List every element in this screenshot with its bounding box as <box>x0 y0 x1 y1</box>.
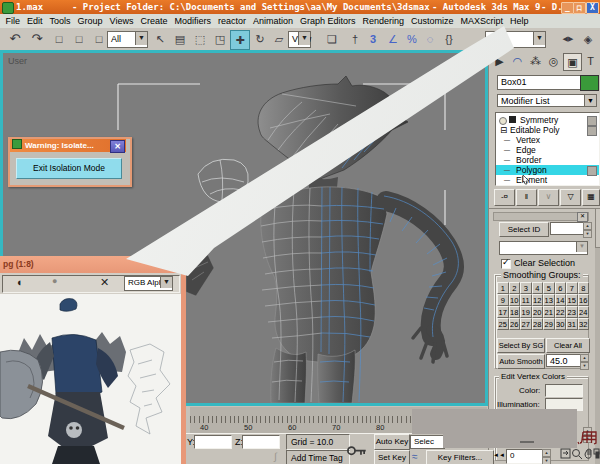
smoothing-group-9[interactable]: 9 <box>497 294 509 306</box>
smoothing-group-28[interactable]: 28 <box>532 318 544 330</box>
smoothing-group-12[interactable]: 12 <box>532 294 544 306</box>
add-time-tag[interactable]: Add Time Tag <box>286 450 350 464</box>
material-id-dropdown[interactable]: ▼ <box>499 241 588 255</box>
go-to-start-icon[interactable]: ◄◄ <box>493 452 505 458</box>
channel-dot-icon[interactable]: ● <box>52 276 57 286</box>
menu-modifiers[interactable]: Modifiers <box>171 16 215 26</box>
smoothing-group-22[interactable]: 22 <box>555 306 567 318</box>
viewport-nav-controls[interactable] <box>560 446 600 463</box>
auto-key-button[interactable]: Auto Key <box>374 434 410 450</box>
object-name-field[interactable]: Box01 <box>497 75 582 90</box>
make-unique-button[interactable]: ∨ <box>538 189 559 206</box>
stack-row-polygon-selected[interactable]: ─Polygon <box>496 165 599 175</box>
menu-customize[interactable]: Customize <box>408 16 458 26</box>
spinner-snap-icon[interactable]: ◌ <box>421 30 439 48</box>
select-object-icon[interactable]: ↖ <box>151 30 169 48</box>
tab-utilities-icon[interactable]: T <box>582 53 599 69</box>
smoothing-group-31[interactable]: 31 <box>566 318 578 330</box>
current-frame-field[interactable]: 0 <box>506 449 545 464</box>
menu-graph-editors[interactable]: Graph Editors <box>297 16 360 26</box>
expand-icon[interactable] <box>509 116 516 123</box>
auto-smooth-field[interactable]: 45.0 <box>546 354 582 367</box>
tab-motion-icon[interactable]: ◎ <box>545 53 562 69</box>
channel-dropdown[interactable]: RGB Alpha▼ <box>124 276 173 291</box>
smoothing-group-8[interactable]: 8 <box>578 282 590 294</box>
tab-hierarchy-icon[interactable]: ⁂ <box>527 53 544 69</box>
stack-row-editable-poly[interactable]: ⊟ Editable Poly <box>496 125 599 135</box>
tab-display-icon[interactable]: ▣ <box>563 53 582 71</box>
select-scale-icon[interactable]: ▱ <box>270 30 288 48</box>
auto-smooth-button[interactable]: Auto Smooth <box>497 354 545 369</box>
key-filters-button[interactable]: Key Filters... <box>426 450 494 464</box>
smoothing-group-20[interactable]: 20 <box>532 306 544 318</box>
smoothing-group-29[interactable]: 29 <box>543 318 555 330</box>
menu-file[interactable]: File <box>2 16 24 26</box>
snap-toggle-icon[interactable]: 3 <box>364 30 382 48</box>
smoothing-group-4[interactable]: 4 <box>532 282 544 294</box>
select-by-sg-button[interactable]: Select By SG <box>497 338 545 353</box>
frame-spinner[interactable]: ▲▼ <box>542 449 551 464</box>
warning-dialog-titlebar[interactable]: Warning: Isolate... ✕ <box>10 139 126 152</box>
menu-reactor[interactable]: reactor <box>214 16 249 26</box>
material-editor-icon[interactable]: ◈ <box>579 30 597 48</box>
smoothing-group-23[interactable]: 23 <box>566 306 578 318</box>
select-manipulate-icon[interactable]: † <box>346 30 364 48</box>
smoothing-group-30[interactable]: 30 <box>555 318 567 330</box>
stack-row-symmetry[interactable]: Symmetry <box>496 115 599 125</box>
menu-rendering[interactable]: Rendering <box>359 16 408 26</box>
select-move-icon[interactable]: ✚ <box>230 30 250 50</box>
redo-icon[interactable]: ↷ <box>28 30 46 48</box>
color-swatch[interactable] <box>545 384 583 397</box>
panel-scrollbar[interactable] <box>595 208 600 464</box>
link-icon[interactable]: □ <box>50 30 68 48</box>
use-center-icon[interactable]: ❏ <box>323 30 341 48</box>
z-field[interactable] <box>242 435 280 449</box>
select-rotate-icon[interactable]: ↻ <box>251 30 269 48</box>
smoothing-group-19[interactable]: 19 <box>520 306 532 318</box>
smoothing-group-13[interactable]: 13 <box>543 294 555 306</box>
object-color-swatch[interactable] <box>580 75 599 91</box>
smoothing-group-32[interactable]: 32 <box>578 318 590 330</box>
select-id-field[interactable] <box>550 222 585 235</box>
remove-modifier-button[interactable]: ▽ <box>560 189 581 206</box>
stack-row-edge[interactable]: ─Edge <box>496 145 599 155</box>
smoothing-group-18[interactable]: 18 <box>509 306 521 318</box>
unlink-icon[interactable]: □ <box>70 30 88 48</box>
smoothing-group-6[interactable]: 6 <box>555 282 567 294</box>
select-by-name-icon[interactable]: ▤ <box>171 30 189 48</box>
select-id-button[interactable]: Select ID <box>499 222 549 237</box>
smoothing-group-24[interactable]: 24 <box>578 306 590 318</box>
restore-button[interactable]: 口 <box>573 2 586 14</box>
selection-set-dropdown[interactable]: Selec <box>410 435 445 449</box>
lock-selection-icon[interactable]: ∫ <box>274 451 277 462</box>
configure-stack-button[interactable]: ▦ <box>582 189 600 206</box>
bind-spacewarp-icon[interactable]: □ <box>90 30 108 48</box>
menu-tools[interactable]: Tools <box>46 16 74 26</box>
smoothing-group-26[interactable]: 26 <box>509 318 521 330</box>
auto-smooth-spinner[interactable]: ▲▼ <box>580 354 589 370</box>
collapse-icon[interactable]: ⊟ <box>500 125 507 135</box>
dialog-close-icon[interactable]: ✕ <box>110 140 125 153</box>
smoothing-group-3[interactable]: 3 <box>520 282 532 294</box>
pin-stack-button[interactable]: -¤ <box>494 189 515 206</box>
angle-snap-icon[interactable]: ∠ <box>384 30 402 48</box>
smoothing-group-17[interactable]: 17 <box>497 306 509 318</box>
rect-selection-region-icon[interactable]: ⬚ <box>191 30 209 48</box>
stack-row-vertex[interactable]: ─Vertex <box>496 135 599 145</box>
smoothing-group-15[interactable]: 15 <box>566 294 578 306</box>
menu-animation[interactable]: Animation <box>249 16 296 26</box>
clear-selection-checkbox[interactable]: ✓ <box>501 259 511 269</box>
menu-edit[interactable]: Edit <box>24 16 47 26</box>
reference-coordinate-dropdown[interactable]: View▼ <box>288 31 311 48</box>
menu-create[interactable]: Create <box>137 16 171 26</box>
clear-all-button[interactable]: Clear All <box>546 338 590 353</box>
visibility-bulb-icon[interactable] <box>499 117 507 125</box>
mirror-icon[interactable]: ◀▶ <box>559 30 577 48</box>
channel-half-icon[interactable]: ◐ <box>17 276 24 288</box>
y-field[interactable] <box>194 435 232 449</box>
smoothing-group-14[interactable]: 14 <box>555 294 567 306</box>
close-button[interactable]: X <box>586 2 599 14</box>
smoothing-group-11[interactable]: 11 <box>520 294 532 306</box>
exit-isolation-button[interactable]: Exit Isolation Mode <box>16 158 122 179</box>
smoothing-group-7[interactable]: 7 <box>566 282 578 294</box>
